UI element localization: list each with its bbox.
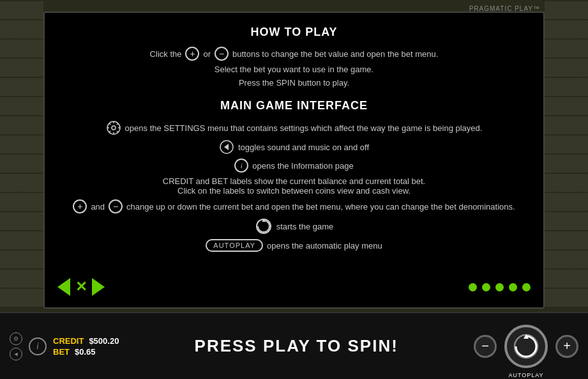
credit-line: CREDIT $500.20 <box>53 336 119 346</box>
autoplay-bottom-label: AUTOPLAY <box>508 372 543 378</box>
left-info: ⚙ ◄ i CREDIT $500.20 BET $0.65 <box>0 332 119 360</box>
or-text: or <box>203 49 211 59</box>
settings-icon <box>106 120 121 135</box>
spin-instruction: starts the game <box>70 217 518 235</box>
panel-dots <box>469 283 531 291</box>
spin-button[interactable] <box>504 325 548 368</box>
minus-button[interactable]: − <box>474 335 497 358</box>
main-interface-title: MAIN GAME INTERFACE <box>70 99 518 112</box>
select-bet-instruction: Select the bet you want to use in the ga… <box>70 65 518 74</box>
svg-marker-11 <box>224 144 229 150</box>
spin-btn-container: AUTOPLAY <box>504 325 548 368</box>
info-icon: i <box>234 159 248 173</box>
settings-instruction: opens the SETTINGS menu that contains se… <box>70 120 518 135</box>
settings-text: opens the SETTINGS menu that contains se… <box>125 123 483 133</box>
dot-3 <box>495 283 504 291</box>
minus-icon-2: − <box>109 199 123 213</box>
autoplay-instruction: AUTOPLAY opens the automatic play menu <box>70 239 518 252</box>
dot-5 <box>522 283 531 291</box>
main-interface-section: MAIN GAME INTERFACE opens the SETTINGS m <box>70 99 518 252</box>
panel-next-arrow[interactable] <box>92 278 105 296</box>
panel-nav: ✕ <box>57 278 105 296</box>
click-the-text: Click the <box>150 49 182 59</box>
press-spin-instruction: Press the SPIN button to play. <box>70 78 518 88</box>
svg-line-7 <box>117 131 118 132</box>
info-bottom-icon[interactable]: i <box>29 337 47 355</box>
settings-small-icon[interactable]: ⚙ <box>10 332 22 345</box>
bet-value: $0.65 <box>75 347 96 357</box>
settings-sound-group: ⚙ ◄ <box>10 332 22 360</box>
how-to-play-title: HOW TO PLAY <box>70 26 518 39</box>
buttons-text: buttons to change the bet value and open… <box>232 49 438 59</box>
credit-value: $500.20 <box>89 336 119 346</box>
bet-denominations-instruction: + and − change up or down the current be… <box>70 199 518 213</box>
dot-2 <box>482 283 490 291</box>
plus-icon-2: + <box>73 199 87 213</box>
bg-right-wall <box>545 0 588 307</box>
spin-text: starts the game <box>276 222 334 231</box>
autoplay-text: opens the automatic play menu <box>267 241 382 251</box>
dot-4 <box>509 283 517 291</box>
info-instruction: i opens the Information page <box>70 159 518 173</box>
info-text: opens the Information page <box>252 161 353 171</box>
bg-left-wall <box>0 0 43 307</box>
content-area: HOW TO PLAY Click the + or − buttons to … <box>45 13 543 268</box>
plus-button[interactable]: + <box>555 335 578 358</box>
svg-line-9 <box>117 123 118 125</box>
bet-change-text: change up or down the current bet and op… <box>126 202 515 212</box>
panel-prev-arrow[interactable] <box>57 278 70 296</box>
svg-line-6 <box>109 123 110 125</box>
autoplay-inline-button[interactable]: AUTOPLAY <box>206 239 263 252</box>
bet-label: BET <box>53 347 70 357</box>
how-to-play-section: HOW TO PLAY Click the + or − buttons to … <box>70 26 518 88</box>
bet-change-instruction: Click the + or − buttons to change the b… <box>70 47 518 61</box>
sound-icon <box>219 139 234 155</box>
minus-icon: − <box>215 47 229 61</box>
sound-instruction: toggles sound and music on and off <box>70 139 518 155</box>
right-controls: − AUTOPLAY + <box>474 325 588 368</box>
credit-bet-instruction: CREDIT and BET labels show the current b… <box>70 176 518 196</box>
press-spin-area: PRESS PLAY TO SPIN! <box>119 336 474 356</box>
credit-bet-display: CREDIT $500.20 BET $0.65 <box>53 336 119 357</box>
press-spin-text: PRESS PLAY TO SPIN! <box>195 336 398 355</box>
spin-icon <box>255 217 273 235</box>
plus-icon: + <box>185 47 199 61</box>
credit-label: CREDIT <box>53 336 84 346</box>
dot-1 <box>469 283 477 291</box>
and-text: and <box>91 202 105 212</box>
sound-text: toggles sound and music on and off <box>238 143 369 152</box>
bet-line: BET $0.65 <box>53 347 119 357</box>
spin-big-icon <box>512 332 540 360</box>
svg-line-8 <box>109 131 110 132</box>
svg-point-1 <box>112 126 116 130</box>
sound-small-icon[interactable]: ◄ <box>10 348 22 360</box>
main-panel: HOW TO PLAY Click the + or − buttons to … <box>43 12 545 309</box>
panel-close-button[interactable]: ✕ <box>75 279 87 295</box>
bottom-bar: ⚙ ◄ i CREDIT $500.20 BET $0.65 PRESS PLA… <box>0 312 588 379</box>
